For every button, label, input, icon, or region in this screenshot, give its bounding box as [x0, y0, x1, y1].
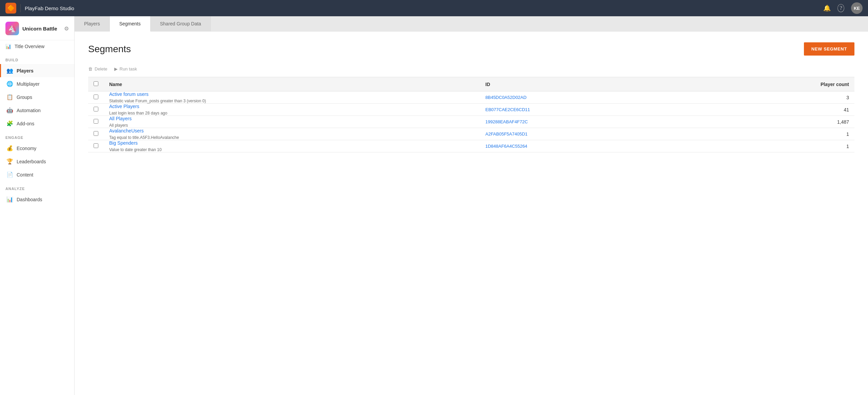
sidebar-sections: BUILD👥Players🌐Multiplayer📋Groups🤖Automat… [0, 53, 74, 206]
page-title: Segments [88, 44, 131, 55]
table-header-row: Name ID Player count [88, 77, 854, 91]
help-icon[interactable]: ? [837, 4, 844, 12]
sidebar-section-label: ANALYZE [0, 181, 74, 193]
sidebar-item-content[interactable]: 📄Content [0, 168, 74, 181]
segment-name-link[interactable]: All Players [109, 116, 475, 121]
title-overview-label: Title Overview [15, 44, 44, 49]
sidebar-item-label: Automation [17, 108, 41, 113]
row-name-cell: Big Spenders Value to date greater than … [104, 140, 480, 152]
sidebar-item-label: Leaderboards [17, 159, 46, 164]
add-ons-icon: 🧩 [6, 120, 13, 127]
row-checkbox[interactable] [94, 95, 98, 99]
sidebar-item-automation[interactable]: 🤖Automation [0, 104, 74, 117]
row-player-count: 1 [717, 140, 854, 152]
tab-segments[interactable]: Segments [110, 16, 151, 32]
segments-table: Name ID Player count Active forum users … [88, 77, 854, 152]
sidebar-item-title-overview[interactable]: 📊 Title Overview [0, 40, 74, 53]
sidebar-item-label: Groups [17, 95, 32, 100]
sidebar-item-players[interactable]: 👥Players [0, 64, 74, 77]
row-id-cell[interactable]: 8B45DC0A52D02AD [480, 91, 717, 104]
sidebar-item-leaderboards[interactable]: 🏆Leaderboards [0, 155, 74, 168]
row-checkbox[interactable] [94, 119, 98, 124]
row-name-cell: Active Players Last login less than 28 d… [104, 104, 480, 116]
sidebar-item-groups[interactable]: 📋Groups [0, 90, 74, 104]
sidebar-item-label: Players [17, 68, 34, 74]
header-player-count: Player count [717, 77, 854, 91]
tab-shared-group-data[interactable]: Shared Group Data [151, 16, 211, 31]
sidebar-header: 🦄 Unicorn Battle ⚙ [0, 16, 74, 40]
segment-name-link[interactable]: Active Players [109, 104, 475, 109]
bell-icon[interactable]: 🔔 [823, 4, 831, 12]
tab-players[interactable]: Players [75, 16, 110, 31]
row-player-count: 3 [717, 91, 854, 104]
segment-name-link[interactable]: Active forum users [109, 91, 475, 97]
sidebar-item-label: Add-ons [17, 121, 34, 126]
play-icon: ▶ [114, 66, 118, 71]
table-row: Big Spenders Value to date greater than … [88, 140, 854, 152]
header-id: ID [480, 77, 717, 91]
sidebar-item-label: Economy [17, 146, 36, 151]
page-header: Segments NEW SEGMENT [88, 42, 854, 56]
playfab-logo[interactable]: 🔶 [5, 3, 16, 14]
segment-name-link[interactable]: Big Spenders [109, 140, 475, 146]
groups-icon: 📋 [6, 94, 13, 100]
row-checkbox-cell [88, 128, 104, 140]
sidebar-item-multiplayer[interactable]: 🌐Multiplayer [0, 77, 74, 90]
row-name-cell: AvalancheUsers Tag equal to title.A5F3.H… [104, 128, 480, 140]
content-icon: 📄 [6, 171, 13, 178]
header-checkbox-cell [88, 77, 104, 91]
leaderboards-icon: 🏆 [6, 158, 13, 165]
sidebar-item-add-ons[interactable]: 🧩Add-ons [0, 117, 74, 130]
trash-icon: 🗑 [88, 66, 93, 71]
row-name-cell: Active forum users Statistic value Forum… [104, 91, 480, 104]
row-checkbox-cell [88, 91, 104, 104]
sidebar-item-label: Content [17, 172, 33, 178]
segment-description: Value to date greater than 10 [109, 147, 162, 152]
row-checkbox-cell [88, 104, 104, 116]
nav-divider [20, 4, 21, 12]
row-checkbox[interactable] [94, 107, 98, 111]
automation-icon: 🤖 [6, 107, 13, 113]
page-content: Segments NEW SEGMENT 🗑 Delete ▶ Run task [75, 32, 868, 395]
delete-button[interactable]: 🗑 Delete [88, 66, 107, 71]
app-layout: 🦄 Unicorn Battle ⚙ 📊 Title Overview BUIL… [0, 16, 868, 395]
game-title: Unicorn Battle [22, 26, 61, 32]
chart-icon: 📊 [5, 44, 11, 49]
table-row: AvalancheUsers Tag equal to title.A5F3.H… [88, 128, 854, 140]
multiplayer-icon: 🌐 [6, 81, 13, 87]
segments-table-body: Active forum users Statistic value Forum… [88, 91, 854, 152]
table-row: Active Players Last login less than 28 d… [88, 104, 854, 116]
row-player-count: 1 [717, 128, 854, 140]
row-id-cell[interactable]: 199288EABAF4F72C [480, 116, 717, 128]
game-icon: 🦄 [5, 22, 19, 35]
settings-icon[interactable]: ⚙ [64, 25, 69, 32]
row-id-cell[interactable]: A2FAB05F5A7405D1 [480, 128, 717, 140]
row-id-cell[interactable]: EB077CAE2CE6CD11 [480, 104, 717, 116]
tabs-bar: PlayersSegmentsShared Group Data [75, 16, 868, 32]
run-task-button[interactable]: ▶ Run task [114, 66, 137, 71]
row-name-cell: All Players All players [104, 116, 480, 128]
sidebar-item-economy[interactable]: 💰Economy [0, 142, 74, 155]
header-name: Name [104, 77, 480, 91]
row-player-count: 41 [717, 104, 854, 116]
sidebar: 🦄 Unicorn Battle ⚙ 📊 Title Overview BUIL… [0, 16, 75, 395]
row-checkbox[interactable] [94, 143, 98, 148]
sidebar-item-dashboards[interactable]: 📊Dashboards [0, 193, 74, 206]
sidebar-item-label: Multiplayer [17, 81, 40, 87]
sidebar-section-label: ENGAGE [0, 130, 74, 142]
top-nav-right: 🔔 ? KE [823, 2, 863, 14]
row-checkbox-cell [88, 116, 104, 128]
segment-description: Statistic value Forum_posts greater than… [109, 99, 206, 103]
game-icon-inner: 🦄 [5, 22, 19, 35]
delete-label: Delete [95, 66, 107, 71]
row-id-cell[interactable]: 1D848AF6A4C55264 [480, 140, 717, 152]
row-checkbox[interactable] [94, 131, 98, 136]
select-all-checkbox[interactable] [94, 81, 98, 86]
app-name: PlayFab Demo Studio [25, 5, 74, 11]
segment-name-link[interactable]: AvalancheUsers [109, 128, 475, 133]
new-segment-button[interactable]: NEW SEGMENT [804, 42, 854, 56]
toolbar: 🗑 Delete ▶ Run task [88, 66, 854, 71]
table-row: Active forum users Statistic value Forum… [88, 91, 854, 104]
user-avatar[interactable]: KE [851, 2, 863, 14]
sidebar-item-label: Dashboards [17, 197, 42, 202]
